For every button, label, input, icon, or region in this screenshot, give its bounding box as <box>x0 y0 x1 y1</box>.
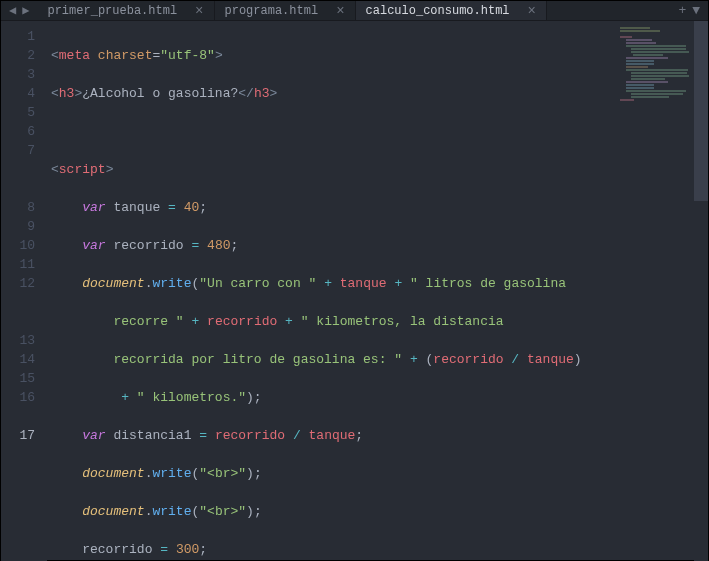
line-number: 13 <box>1 331 35 350</box>
tab-nav: ◀ ▶ <box>1 1 37 20</box>
vertical-scrollbar[interactable] <box>694 21 708 561</box>
tabs: primer_prueba.html × programa.html × cal… <box>37 1 670 20</box>
line-number: 7 <box>1 141 35 160</box>
tab-next-icon[interactable]: ▶ <box>20 1 31 20</box>
line-number: 5 <box>1 103 35 122</box>
line-number: 14 <box>1 350 35 369</box>
tab-label: primer_prueba.html <box>47 4 177 18</box>
line-number <box>1 312 35 331</box>
new-tab-icon[interactable]: + <box>678 3 686 18</box>
close-icon[interactable]: × <box>528 3 536 19</box>
line-number: 6 <box>1 122 35 141</box>
line-number: 9 <box>1 217 35 236</box>
close-icon[interactable]: × <box>336 3 344 19</box>
scrollbar-thumb[interactable] <box>694 21 708 201</box>
code-area[interactable]: <meta charset="utf-8"> <h3>¿Alcohol o ga… <box>47 21 708 561</box>
tab-label: programa.html <box>225 4 319 18</box>
tab-actions: + ▼ <box>670 3 708 18</box>
minimap[interactable] <box>620 27 692 107</box>
tab-prev-icon[interactable]: ◀ <box>7 1 18 20</box>
line-number: 11 <box>1 255 35 274</box>
tab-calculo-consumo[interactable]: calculo_consumo.html × <box>356 1 547 20</box>
close-icon[interactable]: × <box>195 3 203 19</box>
line-number: 4 <box>1 84 35 103</box>
line-number <box>1 179 35 198</box>
line-number: 15 <box>1 369 35 388</box>
line-number: 3 <box>1 65 35 84</box>
line-number: 1 <box>1 27 35 46</box>
line-number: 2 <box>1 46 35 65</box>
line-number: 16 <box>1 388 35 407</box>
line-number <box>1 293 35 312</box>
tab-label: calculo_consumo.html <box>366 4 510 18</box>
line-gutter: 1234567891011121314151617 <box>1 21 47 561</box>
tab-menu-icon[interactable]: ▼ <box>692 3 700 18</box>
line-number <box>1 160 35 179</box>
line-number: 10 <box>1 236 35 255</box>
tab-programa[interactable]: programa.html × <box>215 1 356 20</box>
line-number <box>1 407 35 426</box>
code-editor: ◀ ▶ primer_prueba.html × programa.html ×… <box>0 0 709 561</box>
line-number: 17 <box>1 426 35 445</box>
editor-body: 1234567891011121314151617 <meta charset=… <box>1 21 708 561</box>
line-number: 12 <box>1 274 35 293</box>
tab-primer-prueba[interactable]: primer_prueba.html × <box>37 1 214 20</box>
line-number: 8 <box>1 198 35 217</box>
tab-bar: ◀ ▶ primer_prueba.html × programa.html ×… <box>1 1 708 21</box>
